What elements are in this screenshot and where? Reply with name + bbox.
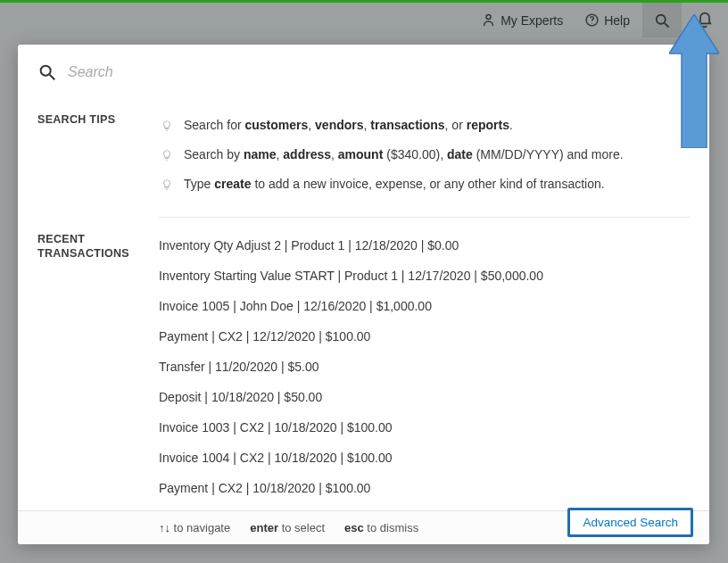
svg-point-0 bbox=[486, 14, 491, 19]
recent-transaction-item[interactable]: Payment | CX2 | 10/18/2020 | $100.00 bbox=[159, 473, 690, 503]
search-modal: SEARCH TIPS Search for customers, vendor… bbox=[18, 45, 709, 544]
tip-row: Type create to add a new invoice, expens… bbox=[159, 170, 690, 199]
recent-transaction-item[interactable]: Deposit | 10/18/2020 | $50.00 bbox=[159, 382, 690, 412]
hint-navigate: ↑↓ to navigate bbox=[159, 521, 230, 534]
search-tips-heading: SEARCH TIPS bbox=[37, 111, 143, 199]
my-experts-link[interactable]: My Experts bbox=[472, 3, 572, 37]
tip-text: Type create to add a new invoice, expens… bbox=[184, 175, 605, 194]
svg-line-4 bbox=[665, 22, 669, 27]
search-input[interactable] bbox=[68, 64, 690, 80]
recent-transaction-item[interactable]: Payment | CX2 | 12/12/2020 | $100.00 bbox=[159, 321, 690, 352]
recent-transaction-item[interactable]: Invoice 1004 | CX2 | 10/18/2020 | $100.0… bbox=[159, 443, 690, 473]
my-experts-label: My Experts bbox=[500, 13, 563, 28]
svg-line-6 bbox=[50, 75, 55, 80]
hint-enter: enter to select bbox=[250, 521, 325, 534]
tip-row: Search for customers, vendors, transacti… bbox=[159, 111, 690, 140]
search-icon bbox=[37, 62, 57, 82]
recent-transactions-list: Inventory Qty Adjust 2 | Product 1 | 12/… bbox=[159, 230, 690, 510]
experts-icon bbox=[481, 12, 496, 28]
annotation-arrow-icon bbox=[669, 14, 719, 148]
lightbulb-icon bbox=[159, 177, 175, 193]
recent-transactions-section: RECENT TRANSACTIONS Inventory Qty Adjust… bbox=[37, 218, 690, 510]
tip-text: Search by name, address, amount ($340.00… bbox=[184, 145, 624, 164]
help-link[interactable]: Help bbox=[575, 3, 639, 37]
help-icon bbox=[584, 12, 600, 28]
recent-transactions-heading: RECENT TRANSACTIONS bbox=[37, 230, 143, 510]
search-tips-section: SEARCH TIPS Search for customers, vendor… bbox=[37, 98, 690, 211]
recent-transaction-item[interactable]: Inventory Qty Adjust 2 | Product 1 | 12/… bbox=[159, 230, 690, 261]
search-modal-body: SEARCH TIPS Search for customers, vendor… bbox=[18, 98, 709, 510]
lightbulb-icon bbox=[159, 118, 175, 134]
help-label: Help bbox=[604, 13, 630, 28]
tip-row: Search by name, address, amount ($340.00… bbox=[159, 140, 690, 170]
lightbulb-icon bbox=[159, 147, 175, 163]
svg-point-5 bbox=[41, 66, 51, 76]
top-bar: My Experts Help bbox=[0, 0, 728, 37]
hint-esc: esc to dismiss bbox=[344, 521, 418, 534]
search-input-row bbox=[18, 45, 709, 98]
recent-transaction-item[interactable]: Inventory Starting Value START | Product… bbox=[159, 261, 690, 291]
recent-transaction-item[interactable]: Invoice 1003 | CX2 | 10/18/2020 | $100.0… bbox=[159, 412, 690, 443]
recent-transaction-item[interactable]: Transfer | 11/20/2020 | $5.00 bbox=[159, 352, 690, 382]
svg-marker-7 bbox=[669, 14, 719, 148]
recent-transaction-item[interactable]: Invoice 1005 | John Doe | 12/16/2020 | $… bbox=[159, 291, 690, 321]
search-modal-footer: ↑↓ to navigate enter to select esc to di… bbox=[18, 510, 709, 544]
advanced-search-link[interactable]: Advanced Search bbox=[567, 508, 693, 537]
svg-point-2 bbox=[592, 22, 592, 23]
svg-point-3 bbox=[657, 14, 666, 23]
search-icon bbox=[653, 12, 671, 29]
tip-text: Search for customers, vendors, transacti… bbox=[184, 116, 513, 135]
